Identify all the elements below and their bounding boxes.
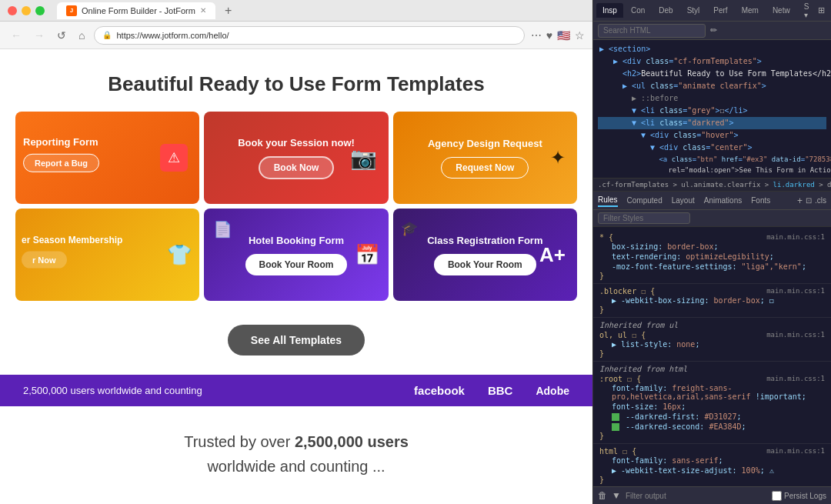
trusted-line1: Trusted by over (184, 433, 290, 450)
card-hotel-title: Hotel Booking Form (249, 235, 344, 246)
css-property: ▶ -webkit-text-size-adjust: 100%; ⚠ (599, 466, 825, 476)
extensions-icon[interactable]: ⋯ (531, 29, 542, 42)
adobe-logo: Adobe (536, 385, 569, 397)
html-tree: ▶ <section> ▶ <div class="cf-formTemplat… (593, 40, 831, 179)
filter-styles-input[interactable] (598, 212, 690, 224)
css-property: -moz-font-feature-settings: "liga","kern… (599, 262, 825, 272)
rules-tab-rules[interactable]: Rules (598, 194, 618, 207)
browser-tab[interactable]: J Online Form Builder - JotForm ✕ (57, 2, 215, 19)
css-property: ▶ -webkit-box-sizing: border-box; ◻ (599, 295, 825, 305)
tab-close-icon[interactable]: ✕ (200, 6, 206, 15)
forward-button[interactable]: → (31, 28, 48, 43)
tree-line[interactable]: ▼ <div class="center"> (598, 142, 826, 154)
tree-line[interactable]: <h2>Beautiful Ready to Use Form Template… (598, 68, 826, 80)
devtools-tab-debugger[interactable]: Deb (652, 3, 679, 18)
see-templates-button[interactable]: See All Templates (228, 325, 365, 355)
card-class-title: Class Registration Form (427, 235, 542, 246)
devtools-tab-network[interactable]: Netw (766, 3, 796, 18)
card-hotel-btn[interactable]: Book Your Room (245, 254, 348, 275)
trusted-line2: worldwide and counting ... (15, 454, 577, 479)
devtools-toolbar: ✏ (593, 22, 831, 40)
tree-line[interactable]: rel="modal:open">See This Form in Action… (598, 165, 826, 175)
add-rule-icon[interactable]: + (797, 195, 803, 206)
stats-text: 2,500,000 users worldwide and counting (23, 385, 202, 396)
devtools-panel: Insp Con Deb Styl Perf Mem Netw S ▾ ⊞ ▣ … (592, 0, 831, 504)
devtools-tab-memory[interactable]: Mem (736, 3, 765, 18)
devtools-breadcrumb: .cf-formTemplates > ul.animate.clearfix … (593, 179, 831, 192)
card-reporting-btn[interactable]: Report a Bug (23, 154, 99, 172)
css-selector: :root ☐ { main.min.css:1 (599, 375, 825, 383)
navigation-bar: ← → ↺ ⌂ 🔒 https://www.jotform.com/hello/… (0, 22, 592, 49)
rules-filter (593, 210, 831, 227)
tree-line[interactable]: ▼ <li class="grey">☐</li> (598, 105, 826, 117)
card-agency-btn[interactable]: Request Now (441, 157, 529, 179)
rules-tab-layout[interactable]: Layout (672, 195, 695, 206)
bookmark-icon[interactable]: ☆ (575, 29, 585, 42)
template-card-reporting: Reporting Form Report a Bug ⚠ (15, 112, 199, 204)
heart-icon[interactable]: ♥ (546, 29, 552, 42)
home-button[interactable]: ⌂ (75, 28, 88, 43)
css-property: font-family: freight-sans-pro,helvetica,… (599, 383, 825, 402)
card-agency-title: Agency Design Request (428, 138, 542, 149)
css-rule: * { main.min.css:1 box-sizing: border-bo… (593, 230, 831, 284)
devtools-tab-performance[interactable]: Perf (707, 3, 733, 18)
devtools-bottom-bar: 🗑 ▼ Filter output Persist Logs (593, 486, 831, 504)
card-season-btn[interactable]: r Now (22, 252, 67, 269)
rules-tabs: Rules Computed Layout Animations Fonts +… (593, 192, 831, 210)
filter-output-icon[interactable]: ▼ (612, 490, 621, 501)
titlebar: J Online Form Builder - JotForm ✕ + (0, 0, 592, 22)
template-card-season-membership: er Season Membership r Now 👕 (15, 209, 199, 301)
grade-icon: A+ (539, 243, 566, 267)
tree-line[interactable]: ▶ <section> (598, 43, 826, 55)
devtools-responsive-icon[interactable]: ⊞ (816, 4, 826, 17)
persist-logs-checkbox[interactable] (772, 491, 782, 501)
tree-line[interactable]: ▶ ::before (598, 92, 826, 105)
close-button[interactable] (8, 6, 17, 15)
devtools-tab-storage[interactable]: S ▾ (798, 0, 816, 22)
facebook-logo: facebook (414, 384, 465, 397)
tree-line[interactable]: ▶ <div class="cf-formTemplates"> (598, 55, 826, 68)
card-class-btn[interactable]: Book Your Room (434, 254, 536, 275)
rules-tab-animations[interactable]: Animations (704, 195, 742, 206)
tree-line[interactable]: <a class="btn" href="#ex3" data-id="7285… (598, 154, 826, 165)
devtools-tab-console[interactable]: Con (625, 3, 651, 18)
tree-line-selected[interactable]: ▼ <li class="darkred"> (598, 117, 826, 129)
tree-line[interactable]: ▼ <div class="hover"> (598, 129, 826, 142)
template-card-book-session: Book your Session now! Book Now 📷 (204, 112, 388, 204)
trusted-text: Trusted by over 2,500,000 users (15, 429, 577, 454)
reload-button[interactable]: ↺ (54, 28, 69, 43)
css-property: ▶ list-style: none; (599, 339, 825, 349)
trash-icon[interactable]: 🗑 (598, 490, 607, 501)
card-reporting-title: Reporting Form (23, 136, 98, 148)
minimize-button[interactable] (22, 6, 31, 15)
color-scheme-icon[interactable]: ⊡ (806, 196, 812, 205)
trusted-section: Trusted by over 2,500,000 users worldwid… (0, 406, 592, 494)
new-tab-button[interactable]: + (225, 4, 232, 18)
flag-icon[interactable]: 🇺🇸 (557, 29, 570, 42)
warning-icon: ⚠ (160, 144, 188, 172)
rules-more-icon[interactable]: .cls (815, 196, 826, 205)
tab-title: Online Form Builder - JotForm (82, 6, 195, 15)
template-card-agency-design: Agency Design Request Request Now ✦ (393, 112, 577, 204)
browser-window: J Online Form Builder - JotForm ✕ + ← → … (0, 0, 592, 504)
devtools-edit-icon[interactable]: ✏ (709, 24, 719, 37)
back-button[interactable]: ← (8, 28, 25, 43)
css-property: text-rendering: optimizeLegibility; (599, 252, 825, 262)
html-search-input[interactable] (598, 24, 706, 38)
rules-tab-fonts[interactable]: Fonts (751, 195, 770, 206)
card-book-session-btn[interactable]: Book Now (259, 156, 335, 179)
hero-title: Beautiful Ready to Use Form Templates (15, 72, 577, 96)
page-content: Beautiful Ready to Use Form Templates Re… (0, 49, 592, 504)
signup-section: SIGN UP - It's Free (0, 494, 592, 504)
inherited-header: Inherited from html (599, 365, 825, 373)
template-card-hotel-booking: Hotel Booking Form Book Your Room 📅 📄 (204, 209, 388, 301)
devtools-tab-inspector[interactable]: Insp (596, 3, 623, 18)
devtools-tab-styles[interactable]: Styl (681, 3, 706, 18)
address-bar[interactable]: 🔒 https://www.jotform.com/hello/ (94, 26, 524, 45)
card-season-title: er Season Membership (22, 235, 122, 245)
css-selector: ol, ul ☐ { main.min.css:1 (599, 331, 825, 339)
inherited-header: Inherited from ul (599, 321, 825, 329)
rules-tab-computed[interactable]: Computed (627, 195, 662, 206)
tree-line[interactable]: ▶ <ul class="animate clearfix"> (598, 80, 826, 92)
maximize-button[interactable] (35, 6, 45, 15)
